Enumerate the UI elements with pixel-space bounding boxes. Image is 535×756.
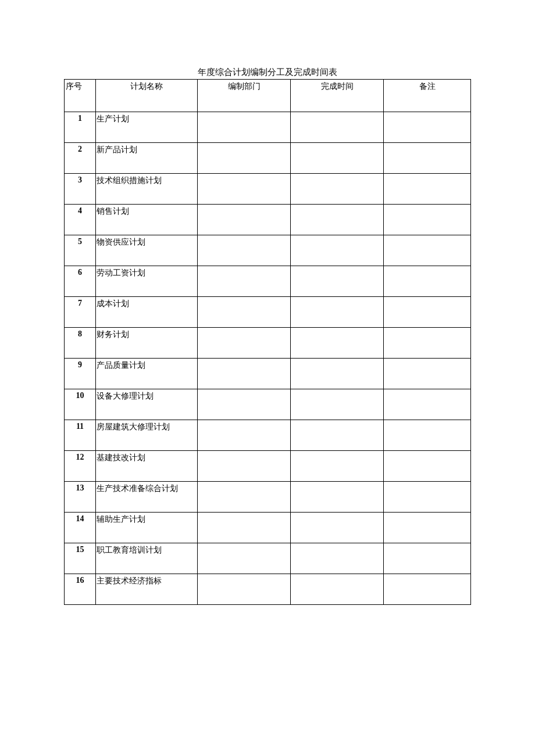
cell-note [384, 359, 471, 389]
cell-seq: 1 [65, 112, 96, 143]
cell-dept [198, 174, 291, 205]
cell-note [384, 143, 471, 174]
cell-seq: 13 [65, 482, 96, 513]
cell-note [384, 543, 471, 574]
table-row: 12 基建技改计划 [65, 451, 471, 482]
table-row: 1 生产计划 [65, 112, 471, 143]
cell-name: 物资供应计划 [96, 235, 198, 266]
cell-time [291, 205, 384, 235]
cell-seq: 8 [65, 328, 96, 359]
cell-seq: 7 [65, 297, 96, 328]
cell-seq: 2 [65, 143, 96, 174]
cell-seq: 3 [65, 174, 96, 205]
cell-name: 产品质量计划 [96, 359, 198, 389]
cell-name: 劳动工资计划 [96, 266, 198, 297]
cell-name: 生产技术准备综合计划 [96, 482, 198, 513]
cell-seq: 5 [65, 235, 96, 266]
table-body: 1 生产计划 2 新产品计划 3 技术组织措施计划 4 销售计划 [65, 112, 471, 605]
cell-dept [198, 420, 291, 451]
cell-note [384, 174, 471, 205]
cell-dept [198, 513, 291, 543]
cell-dept [198, 451, 291, 482]
cell-time [291, 513, 384, 543]
cell-name: 设备大修理计划 [96, 389, 198, 420]
cell-seq: 10 [65, 389, 96, 420]
cell-dept [198, 112, 291, 143]
cell-name: 主要技术经济指标 [96, 574, 198, 605]
cell-name: 辅助生产计划 [96, 513, 198, 543]
table-row: 16 主要技术经济指标 [65, 574, 471, 605]
cell-name: 新产品计划 [96, 143, 198, 174]
cell-note [384, 482, 471, 513]
cell-time [291, 389, 384, 420]
cell-seq: 9 [65, 359, 96, 389]
table-row: 11 房屋建筑大修理计划 [65, 420, 471, 451]
cell-dept [198, 359, 291, 389]
cell-time [291, 482, 384, 513]
table-row: 15 职工教育培训计划 [65, 543, 471, 574]
cell-time [291, 420, 384, 451]
cell-time [291, 328, 384, 359]
cell-dept [198, 543, 291, 574]
cell-seq: 15 [65, 543, 96, 574]
cell-dept [198, 235, 291, 266]
cell-name: 成本计划 [96, 297, 198, 328]
cell-dept [198, 143, 291, 174]
cell-name: 基建技改计划 [96, 451, 198, 482]
table-row: 8 财务计划 [65, 328, 471, 359]
cell-name: 房屋建筑大修理计划 [96, 420, 198, 451]
table-row: 6 劳动工资计划 [65, 266, 471, 297]
cell-seq: 16 [65, 574, 96, 605]
cell-seq: 12 [65, 451, 96, 482]
cell-note [384, 205, 471, 235]
cell-name: 技术组织措施计划 [96, 174, 198, 205]
header-name: 计划名称 [96, 80, 198, 112]
cell-note [384, 389, 471, 420]
header-seq: 序号 [65, 80, 96, 112]
table-row: 9 产品质量计划 [65, 359, 471, 389]
table-row: 5 物资供应计划 [65, 235, 471, 266]
cell-seq: 4 [65, 205, 96, 235]
cell-time [291, 235, 384, 266]
header-dept: 编制部门 [198, 80, 291, 112]
cell-name: 生产计划 [96, 112, 198, 143]
cell-seq: 14 [65, 513, 96, 543]
cell-time [291, 451, 384, 482]
header-time: 完成时间 [291, 80, 384, 112]
cell-time [291, 266, 384, 297]
cell-name: 财务计划 [96, 328, 198, 359]
cell-time [291, 543, 384, 574]
cell-dept [198, 482, 291, 513]
cell-time [291, 112, 384, 143]
cell-time [291, 174, 384, 205]
document-title: 年度综合计划编制分工及完成时间表 [64, 67, 471, 78]
table-row: 14 辅助生产计划 [65, 513, 471, 543]
header-note: 备注 [384, 80, 471, 112]
cell-time [291, 359, 384, 389]
schedule-table: 序号 计划名称 编制部门 完成时间 备注 1 生产计划 2 新产品计划 3 技术… [64, 79, 471, 605]
cell-note [384, 266, 471, 297]
table-row: 4 销售计划 [65, 205, 471, 235]
cell-dept [198, 328, 291, 359]
cell-note [384, 112, 471, 143]
cell-note [384, 574, 471, 605]
cell-dept [198, 574, 291, 605]
table-row: 13 生产技术准备综合计划 [65, 482, 471, 513]
cell-time [291, 574, 384, 605]
cell-seq: 6 [65, 266, 96, 297]
cell-name: 职工教育培训计划 [96, 543, 198, 574]
table-row: 10 设备大修理计划 [65, 389, 471, 420]
table-row: 3 技术组织措施计划 [65, 174, 471, 205]
table-row: 2 新产品计划 [65, 143, 471, 174]
cell-note [384, 297, 471, 328]
cell-note [384, 328, 471, 359]
cell-dept [198, 266, 291, 297]
cell-name: 销售计划 [96, 205, 198, 235]
cell-time [291, 297, 384, 328]
cell-note [384, 420, 471, 451]
cell-note [384, 451, 471, 482]
cell-dept [198, 389, 291, 420]
cell-seq: 11 [65, 420, 96, 451]
table-row: 7 成本计划 [65, 297, 471, 328]
cell-note [384, 235, 471, 266]
